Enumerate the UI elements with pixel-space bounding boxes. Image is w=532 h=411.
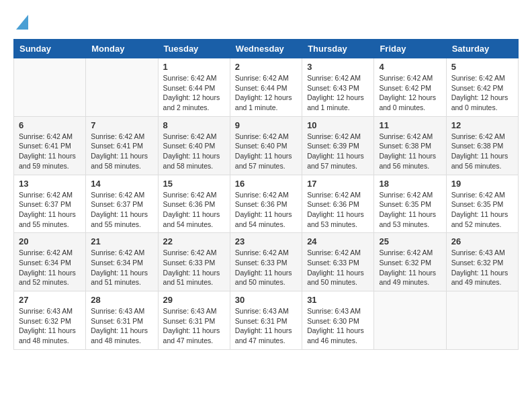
calendar-cell: 25Sunrise: 6:42 AM Sunset: 6:32 PM Dayli… bbox=[374, 233, 446, 291]
calendar-cell: 22Sunrise: 6:42 AM Sunset: 6:33 PM Dayli… bbox=[158, 233, 230, 291]
day-number: 27 bbox=[19, 295, 81, 305]
day-number: 22 bbox=[163, 236, 225, 246]
day-info: Sunrise: 6:42 AM Sunset: 6:33 PM Dayligh… bbox=[235, 248, 297, 287]
day-number: 1 bbox=[163, 62, 225, 72]
calendar-week-2: 6Sunrise: 6:42 AM Sunset: 6:41 PM Daylig… bbox=[14, 116, 519, 175]
day-number: 13 bbox=[19, 179, 81, 189]
weekday-tuesday: Tuesday bbox=[158, 40, 230, 58]
day-number: 12 bbox=[451, 120, 513, 130]
day-number: 2 bbox=[235, 62, 297, 72]
day-info: Sunrise: 6:42 AM Sunset: 6:36 PM Dayligh… bbox=[163, 190, 225, 230]
day-number: 8 bbox=[163, 120, 225, 130]
logo bbox=[13, 13, 28, 32]
day-info: Sunrise: 6:42 AM Sunset: 6:40 PM Dayligh… bbox=[235, 132, 297, 171]
calendar-cell bbox=[14, 58, 86, 117]
day-info: Sunrise: 6:43 AM Sunset: 6:32 PM Dayligh… bbox=[451, 248, 513, 287]
calendar-week-5: 27Sunrise: 6:43 AM Sunset: 6:32 PM Dayli… bbox=[14, 291, 519, 350]
day-number: 14 bbox=[91, 179, 152, 189]
calendar-cell: 10Sunrise: 6:42 AM Sunset: 6:39 PM Dayli… bbox=[302, 116, 374, 175]
calendar-cell: 8Sunrise: 6:42 AM Sunset: 6:40 PM Daylig… bbox=[158, 116, 230, 175]
day-info: Sunrise: 6:42 AM Sunset: 6:41 PM Dayligh… bbox=[91, 132, 152, 171]
day-number: 7 bbox=[91, 120, 152, 130]
calendar-cell bbox=[446, 291, 518, 350]
day-info: Sunrise: 6:42 AM Sunset: 6:34 PM Dayligh… bbox=[19, 248, 81, 287]
day-number: 20 bbox=[19, 236, 81, 246]
day-number: 18 bbox=[379, 179, 441, 189]
calendar-cell: 13Sunrise: 6:42 AM Sunset: 6:37 PM Dayli… bbox=[14, 175, 86, 233]
calendar-cell: 12Sunrise: 6:42 AM Sunset: 6:38 PM Dayli… bbox=[446, 116, 518, 175]
day-number: 26 bbox=[451, 236, 513, 246]
calendar-cell: 15Sunrise: 6:42 AM Sunset: 6:36 PM Dayli… bbox=[158, 175, 230, 233]
day-number: 15 bbox=[163, 179, 225, 189]
day-number: 16 bbox=[235, 179, 297, 189]
day-info: Sunrise: 6:42 AM Sunset: 6:34 PM Dayligh… bbox=[91, 248, 152, 287]
calendar-cell: 2Sunrise: 6:42 AM Sunset: 6:44 PM Daylig… bbox=[230, 58, 302, 117]
day-info: Sunrise: 6:42 AM Sunset: 6:41 PM Dayligh… bbox=[19, 132, 81, 171]
calendar-cell: 11Sunrise: 6:42 AM Sunset: 6:38 PM Dayli… bbox=[374, 116, 446, 175]
day-number: 11 bbox=[379, 120, 441, 130]
day-info: Sunrise: 6:42 AM Sunset: 6:36 PM Dayligh… bbox=[307, 190, 369, 230]
day-info: Sunrise: 6:42 AM Sunset: 6:37 PM Dayligh… bbox=[19, 190, 81, 230]
calendar-cell: 9Sunrise: 6:42 AM Sunset: 6:40 PM Daylig… bbox=[230, 116, 302, 175]
weekday-saturday: Saturday bbox=[446, 40, 518, 58]
day-number: 17 bbox=[307, 179, 369, 189]
calendar-cell: 23Sunrise: 6:42 AM Sunset: 6:33 PM Dayli… bbox=[230, 233, 302, 291]
day-info: Sunrise: 6:42 AM Sunset: 6:39 PM Dayligh… bbox=[307, 132, 369, 171]
day-number: 9 bbox=[235, 120, 297, 130]
day-number: 3 bbox=[307, 62, 369, 72]
calendar-week-3: 13Sunrise: 6:42 AM Sunset: 6:37 PM Dayli… bbox=[14, 175, 519, 233]
day-number: 28 bbox=[91, 295, 152, 305]
day-info: Sunrise: 6:43 AM Sunset: 6:31 PM Dayligh… bbox=[91, 306, 152, 346]
calendar-body: 1Sunrise: 6:42 AM Sunset: 6:44 PM Daylig… bbox=[14, 58, 519, 350]
day-number: 30 bbox=[235, 295, 297, 305]
calendar-cell: 31Sunrise: 6:43 AM Sunset: 6:30 PM Dayli… bbox=[302, 291, 374, 350]
day-info: Sunrise: 6:43 AM Sunset: 6:32 PM Dayligh… bbox=[19, 306, 81, 346]
day-number: 6 bbox=[19, 120, 81, 130]
calendar-cell: 7Sunrise: 6:42 AM Sunset: 6:41 PM Daylig… bbox=[86, 116, 158, 175]
weekday-header-row: SundayMondayTuesdayWednesdayThursdayFrid… bbox=[14, 40, 519, 58]
calendar-cell: 20Sunrise: 6:42 AM Sunset: 6:34 PM Dayli… bbox=[14, 233, 86, 291]
weekday-thursday: Thursday bbox=[302, 40, 374, 58]
day-info: Sunrise: 6:43 AM Sunset: 6:30 PM Dayligh… bbox=[307, 306, 369, 346]
calendar-cell: 14Sunrise: 6:42 AM Sunset: 6:37 PM Dayli… bbox=[86, 175, 158, 233]
weekday-sunday: Sunday bbox=[14, 40, 86, 58]
weekday-wednesday: Wednesday bbox=[230, 40, 302, 58]
day-info: Sunrise: 6:42 AM Sunset: 6:44 PM Dayligh… bbox=[235, 73, 297, 113]
day-info: Sunrise: 6:42 AM Sunset: 6:38 PM Dayligh… bbox=[379, 132, 441, 171]
calendar-cell bbox=[86, 58, 158, 117]
calendar-cell: 30Sunrise: 6:43 AM Sunset: 6:31 PM Dayli… bbox=[230, 291, 302, 350]
day-number: 21 bbox=[91, 236, 152, 246]
day-number: 5 bbox=[451, 62, 513, 72]
day-info: Sunrise: 6:42 AM Sunset: 6:40 PM Dayligh… bbox=[163, 132, 225, 171]
day-info: Sunrise: 6:42 AM Sunset: 6:44 PM Dayligh… bbox=[163, 73, 225, 113]
day-info: Sunrise: 6:42 AM Sunset: 6:35 PM Dayligh… bbox=[451, 190, 513, 230]
day-info: Sunrise: 6:42 AM Sunset: 6:32 PM Dayligh… bbox=[379, 248, 441, 287]
calendar-cell: 19Sunrise: 6:42 AM Sunset: 6:35 PM Dayli… bbox=[446, 175, 518, 233]
weekday-friday: Friday bbox=[374, 40, 446, 58]
day-info: Sunrise: 6:42 AM Sunset: 6:42 PM Dayligh… bbox=[379, 73, 441, 113]
svg-marker-0 bbox=[16, 15, 28, 30]
calendar-cell: 21Sunrise: 6:42 AM Sunset: 6:34 PM Dayli… bbox=[86, 233, 158, 291]
calendar-cell: 3Sunrise: 6:42 AM Sunset: 6:43 PM Daylig… bbox=[302, 58, 374, 117]
day-info: Sunrise: 6:43 AM Sunset: 6:31 PM Dayligh… bbox=[163, 306, 225, 346]
day-info: Sunrise: 6:42 AM Sunset: 6:38 PM Dayligh… bbox=[451, 132, 513, 171]
page-header bbox=[13, 13, 519, 32]
day-number: 23 bbox=[235, 236, 297, 246]
calendar-cell: 6Sunrise: 6:42 AM Sunset: 6:41 PM Daylig… bbox=[14, 116, 86, 175]
day-info: Sunrise: 6:42 AM Sunset: 6:33 PM Dayligh… bbox=[307, 248, 369, 287]
calendar-week-4: 20Sunrise: 6:42 AM Sunset: 6:34 PM Dayli… bbox=[14, 233, 519, 291]
calendar-cell: 18Sunrise: 6:42 AM Sunset: 6:35 PM Dayli… bbox=[374, 175, 446, 233]
day-info: Sunrise: 6:42 AM Sunset: 6:37 PM Dayligh… bbox=[91, 190, 152, 230]
day-number: 19 bbox=[451, 179, 513, 189]
day-info: Sunrise: 6:42 AM Sunset: 6:42 PM Dayligh… bbox=[451, 73, 513, 113]
calendar-week-1: 1Sunrise: 6:42 AM Sunset: 6:44 PM Daylig… bbox=[14, 58, 519, 117]
calendar-cell: 29Sunrise: 6:43 AM Sunset: 6:31 PM Dayli… bbox=[158, 291, 230, 350]
calendar-cell: 17Sunrise: 6:42 AM Sunset: 6:36 PM Dayli… bbox=[302, 175, 374, 233]
calendar-cell: 1Sunrise: 6:42 AM Sunset: 6:44 PM Daylig… bbox=[158, 58, 230, 117]
day-number: 10 bbox=[307, 120, 369, 130]
calendar-cell: 16Sunrise: 6:42 AM Sunset: 6:36 PM Dayli… bbox=[230, 175, 302, 233]
calendar-cell: 4Sunrise: 6:42 AM Sunset: 6:42 PM Daylig… bbox=[374, 58, 446, 117]
day-info: Sunrise: 6:42 AM Sunset: 6:33 PM Dayligh… bbox=[163, 248, 225, 287]
day-info: Sunrise: 6:42 AM Sunset: 6:35 PM Dayligh… bbox=[379, 190, 441, 230]
calendar-cell: 24Sunrise: 6:42 AM Sunset: 6:33 PM Dayli… bbox=[302, 233, 374, 291]
